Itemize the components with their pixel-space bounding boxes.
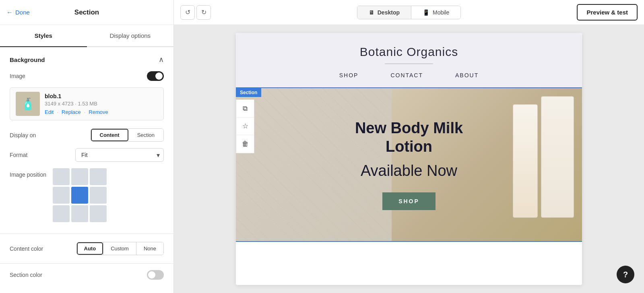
help-bubble[interactable]: ? [617, 266, 634, 283]
format-select[interactable]: Fit Fill Tile Stretch [75, 148, 164, 162]
img-pos-cell-1-0[interactable] [53, 187, 70, 204]
panel-body: Background ∧ Image 🧴 blob.1 3149 x 4723 … [0, 47, 173, 286]
image-meta: 3149 x 4723 · 1.53 MB [45, 101, 158, 107]
section-color-row: Section color [0, 264, 173, 286]
background-section: Background ∧ Image 🧴 blob.1 3149 x 4723 … [0, 47, 173, 234]
mobile-icon: 📱 [423, 9, 429, 16]
section-toolbar: ⧉ ☆ 🗑 [236, 99, 254, 153]
format-label: Format [10, 152, 27, 158]
tab-display-options[interactable]: Display options [87, 25, 174, 47]
section-color-toggle[interactable] [147, 270, 164, 280]
display-on-label: Display on [10, 132, 36, 138]
background-section-header: Background ∧ [10, 55, 164, 64]
hero-section-wrapper: Section ⧉ ☆ 🗑 New Body Milk Lotion [236, 88, 582, 241]
nav-item-about[interactable]: ABOUT [455, 72, 479, 78]
hero-subtitle: Available Now [341, 162, 477, 180]
site-menu: SHOP CONTACT ABOUT [252, 72, 566, 78]
image-toggle-row: Image [10, 71, 164, 81]
image-size: 1.53 MB [78, 101, 97, 107]
img-pos-cell-0-0[interactable] [53, 168, 70, 185]
content-color-label: Content color [10, 246, 43, 252]
panel-header: ← Done Section [0, 0, 173, 25]
tab-styles[interactable]: Styles [0, 25, 87, 47]
nav-item-shop[interactable]: SHOP [339, 72, 359, 78]
nav-item-contact[interactable]: CONTACT [390, 72, 423, 78]
hero-cta-button[interactable]: SHOP [382, 192, 436, 210]
format-row: Format Fit Fill Tile Stretch [10, 148, 164, 162]
image-position-row: Image position [10, 168, 164, 222]
image-card: 🧴 blob.1 3149 x 4723 · 1.53 MB Edit · Re… [10, 87, 164, 120]
copy-section-button[interactable]: ⧉ [236, 100, 254, 118]
done-button[interactable]: ← Done [6, 9, 30, 16]
image-info: blob.1 3149 x 4723 · 1.53 MB Edit · Repl… [45, 93, 158, 115]
desktop-icon: 🖥 [369, 9, 374, 16]
favorite-section-button[interactable]: ☆ [236, 118, 254, 135]
replace-image-link[interactable]: Replace [62, 109, 81, 115]
desktop-label: Desktop [378, 9, 400, 16]
back-arrow-icon: ← [6, 9, 13, 16]
img-pos-cell-2-2[interactable] [90, 205, 107, 222]
hero-content: New Body Milk Lotion Available Now SHOP [324, 103, 493, 226]
hero-title: New Body Milk Lotion [341, 119, 477, 156]
content-color-auto-btn[interactable]: Auto [77, 242, 103, 255]
display-on-toggle-group: Content Section [91, 128, 164, 142]
collapse-background-button[interactable]: ∧ [159, 55, 164, 64]
img-pos-cell-0-2[interactable] [90, 168, 107, 185]
preview-test-button[interactable]: Preview & test [577, 4, 638, 21]
mobile-button[interactable]: 📱 Mobile [411, 6, 460, 19]
img-pos-cell-1-2[interactable] [90, 187, 107, 204]
panel-title: Section [74, 8, 99, 17]
image-toggle[interactable] [147, 71, 164, 81]
img-pos-cell-0-1[interactable] [71, 168, 88, 185]
background-label: Background [10, 56, 45, 63]
image-label: Image [10, 73, 25, 79]
hero-banner: New Body Milk Lotion Available Now SHOP [236, 88, 582, 241]
delete-section-button[interactable]: 🗑 [236, 135, 254, 153]
image-position-grid [53, 168, 107, 222]
display-on-content-btn[interactable]: Content [91, 129, 128, 141]
img-pos-cell-1-1[interactable] [71, 187, 88, 204]
site-logo-divider [385, 64, 433, 64]
top-bar: ↺ ↻ 🖥 Desktop 📱 Mobile Preview & test [174, 0, 644, 25]
panel-tabs: Styles Display options [0, 25, 173, 47]
content-color-row: Content color Auto Custom None [10, 242, 164, 255]
done-label: Done [15, 9, 30, 16]
site-nav: Botanic Organics SHOP CONTACT ABOUT [236, 33, 582, 88]
section-tag: Section [236, 88, 261, 97]
content-color-custom-btn[interactable]: Custom [103, 242, 136, 255]
image-dimensions: 3149 x 4723 [45, 101, 74, 107]
image-position-label: Image position [10, 168, 46, 178]
undo-button[interactable]: ↺ [180, 5, 195, 20]
img-pos-cell-2-1[interactable] [71, 205, 88, 222]
help-label: ? [623, 270, 628, 279]
image-actions: Edit · Replace · Remove [45, 109, 158, 115]
display-on-row: Display on Content Section [10, 128, 164, 142]
remove-image-link[interactable]: Remove [89, 109, 108, 115]
site-logo: Botanic Organics [252, 45, 566, 59]
mobile-label: Mobile [433, 9, 449, 16]
format-select-wrap: Fit Fill Tile Stretch [75, 148, 164, 162]
left-panel: ← Done Section Styles Display options Ba… [0, 0, 174, 293]
canvas-area: Botanic Organics SHOP CONTACT ABOUT Sect… [174, 25, 644, 293]
content-color-toggle-group: Auto Custom None [76, 242, 164, 255]
redo-button[interactable]: ↻ [196, 5, 211, 20]
device-switcher: 🖥 Desktop 📱 Mobile [357, 6, 461, 19]
undo-redo-group: ↺ ↻ [180, 5, 211, 20]
website-frame: Botanic Organics SHOP CONTACT ABOUT Sect… [236, 33, 582, 285]
image-name: blob.1 [45, 93, 158, 99]
display-on-section-btn[interactable]: Section [128, 129, 163, 141]
content-color-section: Content color Auto Custom None [0, 234, 173, 264]
image-thumbnail: 🧴 [16, 92, 40, 116]
img-pos-cell-2-0[interactable] [53, 205, 70, 222]
desktop-button[interactable]: 🖥 Desktop [357, 6, 411, 19]
right-panel: ↺ ↻ 🖥 Desktop 📱 Mobile Preview & test Bo… [174, 0, 644, 293]
content-color-none-btn[interactable]: None [136, 242, 163, 255]
section-color-label: Section color [10, 272, 42, 278]
edit-image-link[interactable]: Edit [45, 109, 54, 115]
